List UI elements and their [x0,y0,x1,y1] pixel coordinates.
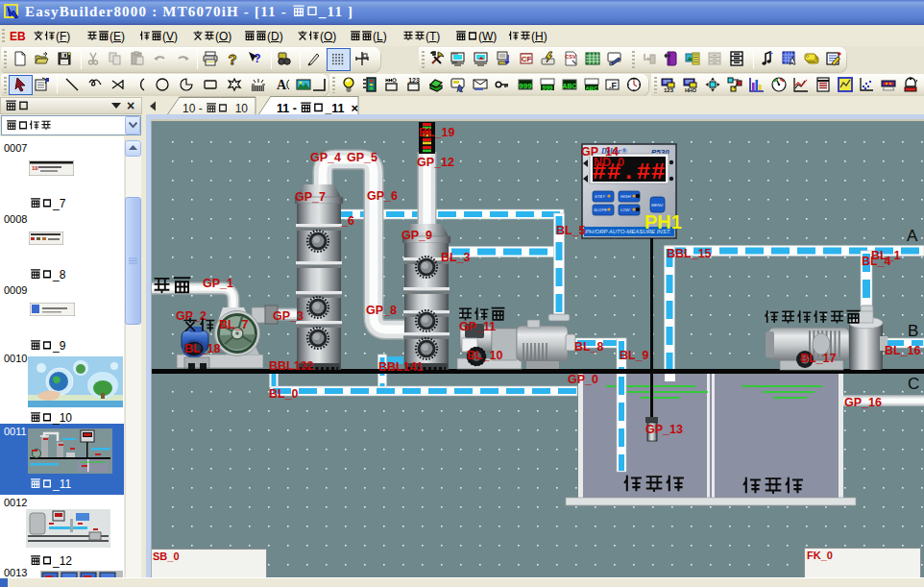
svg-text:999: 999 [543,85,553,91]
svg-text:HIGH: HIGH [620,194,631,199]
svg-text:.F: .F [609,81,618,90]
svg-text:##.##: ##.## [592,159,666,185]
svg-text:CF: CF [522,55,532,63]
svg-text:MENU: MENU [651,203,664,208]
svg-text:999: 999 [519,82,532,90]
svg-text:123: 123 [664,87,674,93]
svg-text:CSV: CSV [565,54,576,60]
svg-text:STBY: STBY [595,194,606,199]
svg-text:ABC: ABC [562,83,576,89]
svg-text:HHO: HHO [685,87,697,93]
svg-text:?: ? [254,52,260,65]
svg-text:123: 123 [408,77,420,84]
svg-text:PH/ORP AUTO-MEASURE INST.: PH/ORP AUTO-MEASURE INST. [586,229,671,234]
svg-text:ABC: ABC [586,86,599,91]
svg-text:10: 10 [32,165,38,171]
svg-text:A: A [277,78,287,92]
svg-text:SLOPE: SLOPE [594,208,607,212]
svg-text:LOW: LOW [620,208,631,212]
svg-text:?: ? [228,51,236,66]
